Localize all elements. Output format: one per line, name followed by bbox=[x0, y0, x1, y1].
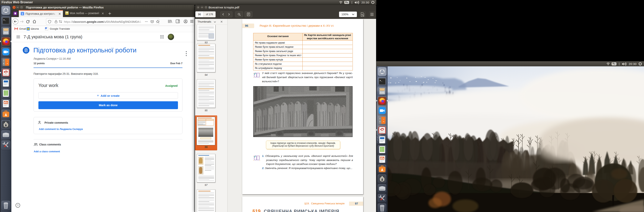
svg-text:−: − bbox=[3, 60, 4, 61]
svg-text:+: + bbox=[3, 63, 4, 65]
svg-text:=: = bbox=[383, 121, 384, 123]
svg-text:−: − bbox=[7, 60, 8, 62]
svg-text:>_: >_ bbox=[3, 19, 6, 21]
svg-text:+: + bbox=[380, 121, 380, 123]
svg-text:=: = bbox=[7, 63, 8, 65]
svg-text:?: ? bbox=[17, 204, 18, 207]
svg-text:>_: >_ bbox=[380, 80, 382, 82]
svg-text:−: − bbox=[383, 118, 384, 120]
svg-text:−: − bbox=[380, 118, 380, 120]
